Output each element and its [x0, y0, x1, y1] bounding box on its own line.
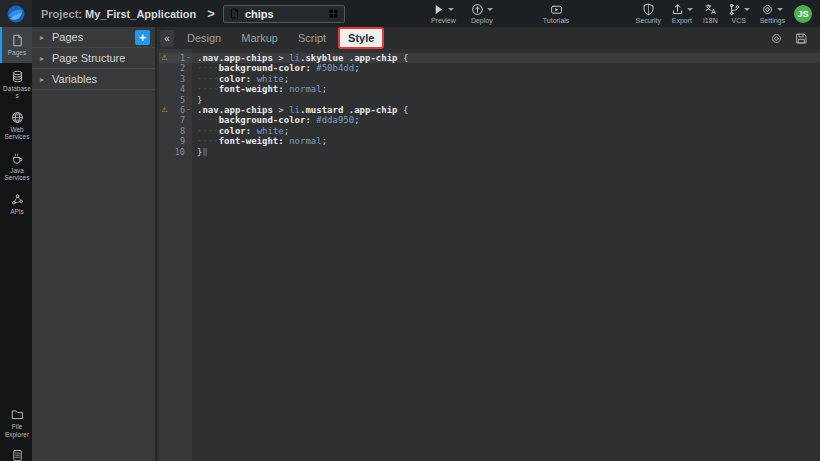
database-icon: [11, 70, 24, 83]
text-cursor: [203, 148, 207, 156]
sidebar-item-label: Java Services: [2, 167, 32, 182]
toolbar-preview[interactable]: Preview: [431, 0, 456, 27]
code-editor[interactable]: ⚠1-.nav.app-chips > li.skyblue .app-chip…: [159, 49, 820, 461]
shield-icon: [642, 3, 655, 16]
tab-markup[interactable]: Markup: [231, 27, 288, 49]
code-line: 2····background-color: #50b4dd;: [159, 63, 820, 73]
gear-icon: [770, 32, 783, 45]
collapse-panel-button[interactable]: «: [160, 30, 174, 47]
fold-marker[interactable]: -: [185, 53, 192, 63]
line-number: 4: [170, 84, 185, 94]
code-line: 8····color: white;: [159, 126, 820, 136]
toolbar-label: Security: [636, 17, 661, 24]
toolbar-settings[interactable]: Settings: [760, 0, 785, 27]
sidebar-item-file-explorer[interactable]: File Explorer: [0, 403, 32, 442]
page-file-icon: [229, 8, 240, 19]
toolbar-label: Deploy: [471, 17, 493, 24]
chevron-down-icon: [744, 8, 750, 11]
code-line: ⚠6-.nav.app-chips > li.mustard .app-chip…: [159, 105, 820, 115]
warning-icon: ⚠: [159, 53, 170, 63]
app-logo[interactable]: [0, 0, 32, 27]
code-line-content: ····color: white;: [192, 74, 820, 84]
line-number: 6: [170, 105, 185, 115]
sidebar-item-web-services[interactable]: Web Services: [0, 106, 32, 145]
toolbar-vcs[interactable]: VCS: [728, 0, 750, 27]
line-number: 7: [170, 115, 185, 125]
sidebar-item-label: Pages: [2, 49, 32, 57]
coffee-icon: [11, 152, 24, 165]
translate-icon: A: [704, 3, 717, 16]
gutter-cell: 7: [159, 115, 192, 125]
video-icon: [550, 3, 563, 16]
save-button[interactable]: [795, 32, 808, 45]
code-line: ⚠1-.nav.app-chips > li.skyblue .app-chip…: [159, 53, 820, 63]
project-breadcrumb: Project: My_First_Application: [41, 8, 196, 20]
code-line-content: ····font-weight: normal;: [192, 84, 820, 94]
project-label: Project:: [41, 8, 82, 20]
toolbar-security[interactable]: Security: [636, 0, 661, 27]
sidebar-item-apis[interactable]: APIs: [0, 188, 32, 220]
code-line-content: ····font-weight: normal;: [192, 136, 820, 146]
chevron-down-icon: [687, 8, 693, 11]
chevron-right-icon: ▸: [40, 54, 44, 63]
panel-section-variables[interactable]: ▸Variables: [32, 69, 155, 90]
panel-section-page-structure[interactable]: ▸Page Structure: [32, 48, 155, 69]
user-avatar[interactable]: JS: [794, 5, 812, 23]
code-line-content: .nav.app-chips > li.skyblue .app-chip {: [192, 53, 820, 63]
toolbar-label: VCS: [732, 17, 746, 24]
sidebar-item-java-services[interactable]: Java Services: [0, 147, 32, 186]
sidebar-item-label: Databases: [2, 85, 32, 100]
gutter-cell: 3: [159, 74, 192, 84]
pages-panel: ▸Pages+▸Page Structure▸Variables: [32, 27, 157, 461]
code-line: 4····font-weight: normal;: [159, 84, 820, 94]
code-line: 5}: [159, 95, 820, 105]
export-icon: [671, 3, 684, 16]
page-selector[interactable]: chips: [223, 5, 345, 23]
code-line-content: ····background-color: #dda950;: [192, 115, 820, 125]
page-icon: [11, 34, 24, 47]
toolbar-deploy[interactable]: Deploy: [471, 0, 493, 27]
folder-icon: [11, 408, 24, 421]
add-page-button[interactable]: +: [135, 30, 150, 45]
grid-icon[interactable]: [328, 8, 339, 19]
tab-design[interactable]: Design: [177, 27, 231, 49]
toolbar-tutorials[interactable]: Tutorials: [543, 0, 570, 27]
page-name: chips: [245, 8, 328, 20]
panel-section-label: Pages: [52, 31, 83, 43]
warning-icon: ⚠: [159, 105, 170, 115]
toolbar-i18n[interactable]: AI18N: [703, 0, 718, 27]
code-line-content: }: [192, 95, 820, 105]
chevron-down-icon: [448, 8, 454, 11]
editor-settings-button[interactable]: [770, 32, 783, 45]
main-area: « DesignMarkupScriptStyle ⚠1-.nav.app-ch…: [159, 27, 820, 461]
panel-section-pages[interactable]: ▸Pages+: [32, 27, 155, 48]
avatar-initials: JS: [797, 9, 808, 19]
toolbar-label: Settings: [760, 17, 785, 24]
toolbar-export[interactable]: Export: [671, 0, 693, 27]
wavemaker-logo-icon: [6, 4, 26, 24]
code-line-content: ····color: white;: [192, 126, 820, 136]
line-number: 8: [170, 126, 185, 136]
tab-style[interactable]: Style: [340, 29, 382, 47]
line-number: 10: [170, 147, 185, 157]
line-number: 1: [170, 53, 185, 63]
sidebar-item-databases[interactable]: Databases: [0, 65, 32, 104]
sidebar-item-pages[interactable]: Pages: [0, 27, 32, 63]
line-number: 3: [170, 74, 185, 84]
code-line: 9····font-weight: normal;: [159, 136, 820, 146]
panel-section-label: Page Structure: [52, 52, 125, 64]
fold-marker[interactable]: -: [185, 105, 192, 115]
logs-icon: [11, 449, 24, 461]
line-number: 5: [170, 95, 185, 105]
branch-icon: [728, 3, 741, 16]
sidebar-item-logs[interactable]: Logs: [0, 444, 32, 461]
gear-icon: [761, 3, 774, 16]
code-line: 10}: [159, 147, 820, 157]
toolbar-label: I18N: [703, 17, 718, 24]
code-line: 3····color: white;: [159, 74, 820, 84]
nodes-icon: [11, 193, 24, 206]
toolbar-label: Preview: [431, 17, 456, 24]
tab-script[interactable]: Script: [288, 27, 336, 49]
top-bar: Project: My_First_Application > chips Pr…: [0, 0, 820, 27]
line-number: 2: [170, 63, 185, 73]
